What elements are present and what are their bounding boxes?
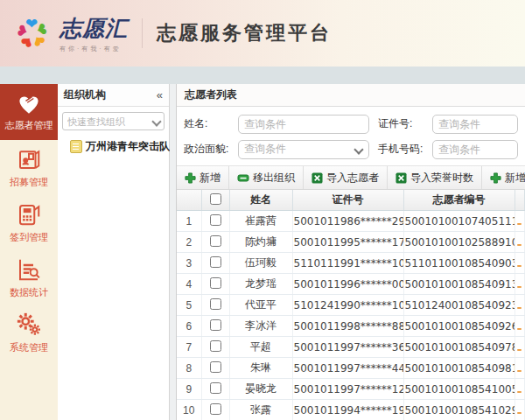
volunteer-name: 崔露茜 (229, 211, 292, 232)
volunteer-cert-number: 5001011994******19 (292, 400, 403, 420)
row-partial-indicator (517, 370, 522, 372)
table-row[interactable]: 2 陈灼墉 5001011995******17 500101001025889… (177, 232, 525, 253)
row-extra-cell (514, 379, 525, 400)
row-select-cell (201, 316, 229, 337)
table-row[interactable]: 8 朱琳 5001011997******44 5001010010854098… (177, 358, 525, 379)
add-button[interactable]: 新增 (177, 166, 229, 189)
row-checkbox[interactable] (210, 277, 221, 289)
sidebar-item-label: 招募管理 (10, 176, 48, 189)
row-checkbox[interactable] (210, 256, 221, 268)
name-column-header: 姓名 (229, 190, 292, 211)
sidebar-item-checkin-management[interactable]: 签到管理 (0, 195, 58, 250)
sidebar-item-label: 系统管理 (10, 341, 48, 354)
volunteer-cert-number: 5001011986******29 (292, 211, 403, 232)
row-select-cell (201, 295, 229, 316)
row-checkbox[interactable] (210, 235, 221, 247)
table-toolbar: 新增 移出组织 导入志愿者 导入荣誉时数 新增荣誉时数 (177, 165, 525, 190)
row-checkbox[interactable] (210, 298, 221, 310)
excel-icon (396, 172, 407, 184)
phone-search-input[interactable] (432, 140, 518, 159)
row-checkbox[interactable] (210, 382, 221, 394)
app-header: ❤ ❤ ❤ ❤ ❤ 志愿汇 有你·有我·有爱 志愿服务管理平台 (0, 0, 525, 66)
row-number: 9 (177, 379, 201, 400)
remove-from-org-button[interactable]: 移出组织 (229, 166, 304, 189)
volunteer-table: 姓名 证件号 志愿者编号 1 崔露茜 5001011986******29 50… (177, 190, 525, 420)
volunteer-id-number: 500101001085409268 (403, 316, 514, 337)
row-checkbox[interactable] (210, 214, 221, 226)
select-all-checkbox[interactable] (210, 193, 221, 205)
cert-search-input[interactable] (432, 115, 518, 134)
panel-gutter (170, 84, 177, 420)
add-honor-hours-button-label: 新增荣誉时数 (505, 171, 525, 186)
row-select-cell (201, 379, 229, 400)
row-checkbox[interactable] (210, 319, 221, 331)
checkin-pos-icon (16, 201, 42, 228)
politics-select-placeholder: 查询条件 (244, 142, 286, 157)
table-body: 1 崔露茜 5001011986******29 500101001074051… (177, 211, 525, 420)
row-select-cell (201, 358, 229, 379)
volunteer-id-number: 500101001085409138 (403, 274, 514, 295)
volunteer-name: 张露 (229, 400, 292, 420)
sidebar-item-label: 签到管理 (10, 231, 48, 244)
volunteer-id-number: 500101001074051118 (403, 211, 514, 232)
volunteer-id-number: 500101001085409816 (403, 358, 514, 379)
organization-panel-title: 组织机构 (64, 88, 106, 102)
row-checkbox[interactable] (210, 340, 221, 352)
sidebar-item-label: 志愿者管理 (5, 119, 53, 132)
volunteer-cert-number: 5001011995******17 (292, 232, 403, 253)
row-number: 1 (177, 211, 201, 232)
page-title: 志愿服务管理平台 (157, 20, 332, 46)
table-row[interactable]: 6 李冰洋 5001011998******88 500101001085409… (177, 316, 525, 337)
sidebar-item-data-statistics[interactable]: 数据统计 (0, 250, 58, 305)
volunteer-name: 伍珂毅 (229, 253, 292, 274)
org-search-input[interactable] (62, 112, 164, 130)
plus-icon (185, 172, 196, 184)
cert-field-label: 证件号: (378, 116, 432, 131)
extra-column-header (514, 190, 525, 211)
row-checkbox[interactable] (210, 403, 221, 415)
import-honor-hours-button[interactable]: 导入荣誉时数 (388, 166, 482, 189)
remove-from-org-button-label: 移出组织 (253, 171, 295, 186)
row-checkbox[interactable] (210, 361, 221, 373)
add-honor-hours-button[interactable]: 新增荣誉时数 (482, 166, 525, 189)
table-header-row: 姓名 证件号 志愿者编号 (177, 190, 525, 211)
select-all-header (201, 190, 229, 211)
vid-column-header: 志愿者编号 (403, 190, 514, 211)
excel-icon (312, 172, 323, 184)
table-row[interactable]: 7 平超 5001011997******36 5001010010854097… (177, 337, 525, 358)
row-select-cell (201, 211, 229, 232)
organization-panel: 组织机构 « 万州港青年突击队 (58, 84, 170, 420)
recruit-book-icon (16, 146, 42, 172)
table-row[interactable]: 3 伍珂毅 5110111991******10 511011001085409… (177, 253, 525, 274)
volunteer-name: 龙梦瑶 (229, 274, 292, 295)
sidebar-item-volunteer-management[interactable]: 志愿者管理 (0, 84, 58, 140)
table-row[interactable]: 1 崔露茜 5001011986******29 500101001074051… (177, 211, 525, 232)
plus-icon (490, 172, 501, 184)
volunteer-cert-number: 5001011997******44 (292, 358, 403, 379)
import-volunteers-button[interactable]: 导入志愿者 (304, 166, 388, 189)
volunteer-name: 平超 (229, 337, 292, 358)
volunteer-name: 陈灼墉 (229, 232, 292, 253)
sidebar-item-recruit-management[interactable]: 招募管理 (0, 140, 58, 195)
row-select-cell (201, 337, 229, 358)
volunteer-id-number: 500101001085409789 (403, 337, 514, 358)
collapse-panel-icon[interactable]: « (157, 88, 163, 102)
org-tree-item[interactable]: 万州港青年突击队 (58, 134, 169, 154)
name-search-input[interactable] (238, 115, 369, 134)
table-row[interactable]: 9 晏晓龙 5001011997******12 500101001085410… (177, 379, 525, 400)
sidebar-item-system-management[interactable]: 系统管理 (0, 305, 58, 360)
row-extra-cell (514, 337, 525, 358)
table-row[interactable]: 4 龙梦瑶 5001011996******00 500101001085409… (177, 274, 525, 295)
row-select-cell (201, 274, 229, 295)
volunteer-cert-number: 5101241990******10 (292, 295, 403, 316)
minus-icon (237, 172, 249, 184)
volunteer-list-title: 志愿者列表 (185, 88, 237, 102)
row-number: 8 (177, 358, 201, 379)
volunteer-id-number: 500101001085410292 (403, 400, 514, 420)
table-row[interactable]: 10 张露 5001011994******19 500101001085410… (177, 400, 525, 420)
row-select-cell (201, 400, 229, 420)
row-extra-cell (514, 232, 525, 253)
volunteer-name: 代亚平 (229, 295, 292, 316)
politics-select[interactable]: 查询条件 (238, 140, 369, 159)
table-row[interactable]: 5 代亚平 5101241990******10 510124001085409… (177, 295, 525, 316)
